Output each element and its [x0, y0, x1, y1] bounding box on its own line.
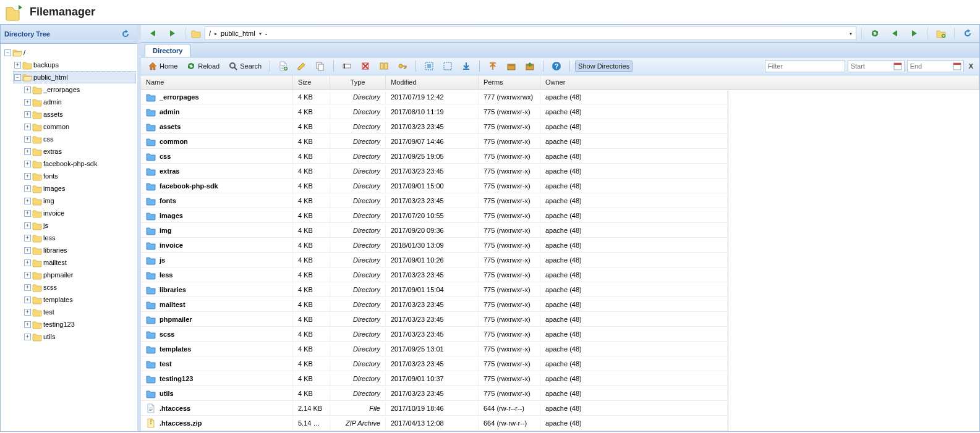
- tree-expand-icon[interactable]: +: [24, 185, 31, 192]
- col-name[interactable]: Name: [141, 75, 293, 89]
- tree-expand-icon[interactable]: +: [24, 99, 31, 106]
- unselect-button[interactable]: [440, 59, 456, 73]
- col-perms[interactable]: Perms: [479, 75, 540, 89]
- tree-expand-icon[interactable]: +: [24, 222, 31, 229]
- tree-node[interactable]: +fonts: [23, 170, 136, 182]
- calendar-icon[interactable]: [893, 61, 903, 71]
- tree-node[interactable]: +assets: [23, 108, 136, 120]
- clear-filter-button[interactable]: X: [966, 62, 976, 70]
- table-row[interactable]: fonts4 KBDirectory2017/03/23 23:45775 (r…: [141, 193, 728, 208]
- tree-node[interactable]: +utils: [23, 330, 136, 343]
- tree-expand-icon[interactable]: +: [24, 210, 31, 217]
- extract-button[interactable]: [522, 59, 538, 73]
- tree-node[interactable]: +phpmailer: [23, 269, 136, 281]
- tree-node[interactable]: +_errorpages: [23, 83, 136, 96]
- path-segment[interactable]: public_html: [221, 30, 255, 37]
- tree-expand-icon[interactable]: +: [24, 235, 31, 242]
- tree-expand-icon[interactable]: +: [24, 309, 31, 316]
- tree-node[interactable]: +img: [23, 195, 136, 207]
- date-end-wrap[interactable]: [907, 60, 964, 72]
- tree-node[interactable]: +css: [23, 133, 136, 145]
- calendar-icon[interactable]: [952, 61, 962, 71]
- rename-button[interactable]: [339, 59, 355, 73]
- help-button[interactable]: [548, 59, 565, 73]
- date-start-input[interactable]: [848, 61, 892, 72]
- grid-body[interactable]: _errorpages4 KBDirectory2017/07/19 12:42…: [141, 90, 728, 431]
- table-row[interactable]: .htaccess.zip5.14 …ZIP Archive2017/04/13…: [141, 416, 728, 431]
- upload-button[interactable]: [485, 59, 501, 73]
- edit-button[interactable]: [294, 59, 310, 73]
- tree-node[interactable]: +mailtest: [23, 256, 136, 269]
- tree-expand-icon[interactable]: +: [24, 259, 31, 266]
- table-row[interactable]: phpmailer4 KBDirectory2017/03/23 23:4577…: [141, 312, 728, 327]
- table-row[interactable]: js4 KBDirectory2017/09/01 10:26775 (rwxr…: [141, 253, 728, 267]
- perms-button[interactable]: [376, 59, 392, 73]
- table-row[interactable]: .htaccess2.14 KBFile2017/10/19 18:46644 …: [141, 401, 728, 416]
- table-row[interactable]: testing1234 KBDirectory2017/09/01 10:377…: [141, 371, 728, 386]
- date-end-input[interactable]: [908, 61, 951, 72]
- table-row[interactable]: scss4 KBDirectory2017/03/23 23:45775 (rw…: [141, 327, 728, 342]
- tree-node[interactable]: +facebook-php-sdk: [23, 158, 136, 170]
- show-directories-button[interactable]: Show Directories: [575, 61, 633, 72]
- tree-node[interactable]: +testing123: [23, 318, 136, 330]
- table-row[interactable]: test4 KBDirectory2017/03/23 23:45775 (rw…: [141, 356, 728, 371]
- nav-reload-button[interactable]: [867, 27, 883, 40]
- col-size[interactable]: Size: [293, 75, 330, 89]
- table-row[interactable]: templates4 KBDirectory2017/09/25 13:0177…: [141, 342, 728, 356]
- path-selector[interactable]: / ▸ public_html ▾ - ▾: [205, 27, 856, 40]
- table-row[interactable]: admin4 KBDirectory2017/08/10 11:19775 (r…: [141, 104, 728, 119]
- tree-expand-icon[interactable]: +: [24, 161, 31, 167]
- tree-refresh-button[interactable]: [117, 27, 134, 41]
- tree-node[interactable]: +common: [23, 120, 136, 133]
- table-row[interactable]: common4 KBDirectory2017/09/07 14:46775 (…: [141, 134, 728, 149]
- key-button[interactable]: [394, 59, 411, 73]
- table-row[interactable]: assets4 KBDirectory2017/03/23 23:45775 (…: [141, 119, 728, 134]
- tree-expand-icon[interactable]: +: [24, 86, 31, 93]
- tree-node-root[interactable]: − /: [3, 46, 136, 59]
- home-button[interactable]: Home: [145, 59, 181, 73]
- table-row[interactable]: mailtest4 KBDirectory2017/03/23 23:45775…: [141, 297, 728, 312]
- tree-node[interactable]: +js: [23, 219, 136, 232]
- col-owner[interactable]: Owner: [540, 75, 979, 89]
- tree-node[interactable]: +less: [23, 232, 136, 244]
- newfile-button[interactable]: [275, 59, 291, 73]
- path-root[interactable]: /: [209, 30, 211, 37]
- tree-node[interactable]: +libraries: [23, 244, 136, 256]
- tree-expand-icon[interactable]: +: [24, 173, 31, 180]
- table-row[interactable]: utils4 KBDirectory2017/03/23 23:45775 (r…: [141, 386, 728, 401]
- table-row[interactable]: facebook-php-sdk4 KBDirectory2017/09/01 …: [141, 179, 728, 193]
- path-dropdown-icon[interactable]: ▾: [850, 31, 852, 36]
- tree-expand-icon[interactable]: +: [24, 198, 31, 204]
- delete-button[interactable]: [357, 59, 373, 73]
- tree-node[interactable]: +test: [23, 306, 136, 318]
- tree-expand-icon[interactable]: +: [24, 136, 31, 143]
- tree-node[interactable]: +images: [23, 182, 136, 195]
- table-row[interactable]: images4 KBDirectory2017/07/20 10:55775 (…: [141, 208, 728, 223]
- tree-expand-icon[interactable]: +: [24, 272, 31, 279]
- nav-refresh-button[interactable]: [960, 27, 976, 40]
- tree-expand-icon[interactable]: +: [24, 296, 31, 303]
- tree-node[interactable]: +invoice: [23, 207, 136, 219]
- tree-node[interactable]: +extras: [23, 145, 136, 158]
- tree-expand-icon[interactable]: +: [24, 247, 31, 254]
- nav-back-button[interactable]: [145, 27, 161, 40]
- search-button[interactable]: Search: [225, 59, 265, 73]
- table-row[interactable]: css4 KBDirectory2017/09/25 19:05775 (rwx…: [141, 149, 728, 164]
- tree-expand-icon[interactable]: +: [24, 284, 31, 291]
- tree-expand-icon[interactable]: +: [24, 111, 31, 118]
- table-row[interactable]: less4 KBDirectory2017/03/23 23:45775 (rw…: [141, 267, 728, 282]
- tree-expand-icon[interactable]: +: [24, 334, 31, 340]
- tab-directory[interactable]: Directory: [145, 44, 190, 57]
- tree-node[interactable]: −public_html: [13, 71, 136, 83]
- table-row[interactable]: _errorpages4 KBDirectory2017/07/19 12:42…: [141, 90, 728, 104]
- date-start-wrap[interactable]: [848, 60, 905, 72]
- select-all-button[interactable]: [421, 59, 437, 73]
- reload-button[interactable]: Reload: [183, 59, 223, 73]
- directory-tree[interactable]: − / +backups−public_html+_errorpages+adm…: [1, 44, 137, 431]
- tree-collapse-icon[interactable]: −: [14, 74, 21, 81]
- tree-expand-icon[interactable]: +: [24, 148, 31, 155]
- table-row[interactable]: img4 KBDirectory2017/09/20 09:36775 (rwx…: [141, 223, 728, 238]
- tree-node[interactable]: +admin: [23, 96, 136, 108]
- tree-node[interactable]: +backups: [13, 59, 136, 71]
- table-row[interactable]: invoice4 KBDirectory2018/01/30 13:09775 …: [141, 238, 728, 253]
